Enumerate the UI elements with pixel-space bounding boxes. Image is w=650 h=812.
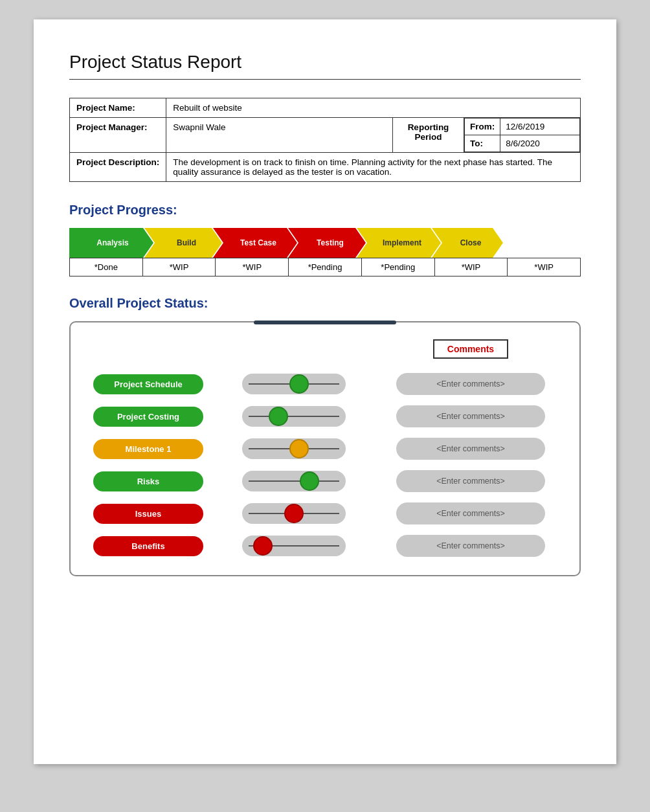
project-name-label: Project Name:	[70, 98, 166, 118]
top-bar	[254, 321, 396, 324]
reporting-period-dates: From: 12/6/2019 To: 8/6/2020	[464, 118, 581, 153]
overall-section: Overall Project Status: Comments	[69, 296, 581, 576]
label-project-schedule: Project Schedule	[84, 369, 213, 400]
comment-cell-6: <Enter comments>	[375, 530, 566, 562]
badge-benefits: Benefits	[93, 536, 203, 556]
status-pending-1: *Pending	[289, 258, 362, 276]
label-milestone-1: Milestone 1	[84, 434, 213, 464]
slider-cell-risks	[232, 466, 355, 497]
comment-cell-3: <Enter comments>	[375, 433, 566, 465]
slider-cell-project-costing	[232, 401, 355, 432]
badge-milestone-1: Milestone 1	[93, 439, 203, 459]
progress-section: Project Progress: Analysis Build Test Ca…	[69, 203, 581, 276]
to-value: 8/6/2020	[500, 135, 580, 152]
arrows-container: Analysis Build Test Case Testing Impleme…	[69, 228, 581, 258]
project-name-row: Project Name: Rebuilt of website	[70, 98, 581, 118]
slider-line-2	[249, 416, 339, 417]
slider-thumb-3	[289, 439, 309, 458]
slider-thumb-6	[253, 536, 273, 556]
from-value: 12/6/2019	[500, 118, 580, 135]
project-manager-value: Swapnil Wale	[166, 118, 393, 153]
comment-6[interactable]: <Enter comments>	[396, 535, 545, 557]
status-wip-1: *WIP	[143, 258, 216, 276]
label-benefits: Benefits	[84, 531, 213, 561]
page: Project Status Report Project Name: Rebu…	[34, 19, 616, 764]
slider-thumb-1	[289, 374, 309, 394]
comment-cell-2: <Enter comments>	[375, 400, 566, 433]
comments-title: Comments	[433, 339, 508, 359]
description-value: The development is on track to finish on…	[166, 153, 581, 182]
arrow-testing: Testing	[288, 228, 366, 258]
slider-cell-issues	[232, 498, 355, 529]
arrow-testcase: Test Case	[213, 228, 297, 258]
slider-project-costing[interactable]	[242, 406, 346, 427]
status-pending-2: *Pending	[362, 258, 435, 276]
badge-issues: Issues	[93, 504, 203, 524]
slider-cell-project-schedule	[232, 368, 355, 400]
slider-milestone-1[interactable]	[242, 438, 346, 459]
to-label: To:	[465, 135, 500, 152]
slider-thumb-4	[300, 471, 319, 491]
comment-cell-4: <Enter comments>	[375, 465, 566, 497]
comment-4[interactable]: <Enter comments>	[396, 470, 545, 492]
slider-cell-milestone-1	[232, 433, 355, 464]
status-container: Comments Project Schedule <Enter comment…	[69, 321, 581, 576]
badge-project-schedule: Project Schedule	[93, 374, 203, 394]
slider-risks[interactable]	[242, 471, 346, 491]
description-label: Project Description:	[70, 153, 166, 182]
status-row: *Done *WIP *WIP *Pending *Pending *WIP *…	[69, 258, 581, 276]
from-label: From:	[465, 118, 500, 135]
arrow-build: Build	[144, 228, 222, 258]
slider-line-4	[249, 480, 339, 482]
label-risks: Risks	[84, 466, 213, 497]
slider-thumb-5	[284, 504, 304, 523]
comment-cell-1: <Enter comments>	[375, 368, 566, 400]
page-title: Project Status Report	[69, 52, 581, 73]
comment-2[interactable]: <Enter comments>	[396, 405, 545, 427]
comment-5[interactable]: <Enter comments>	[396, 502, 545, 524]
slider-benefits[interactable]	[242, 536, 346, 556]
title-divider	[69, 79, 581, 80]
status-done: *Done	[70, 258, 143, 276]
badge-risks: Risks	[93, 471, 203, 491]
progress-heading: Project Progress:	[69, 203, 581, 218]
description-row: Project Description: The development is …	[70, 153, 581, 182]
info-table: Project Name: Rebuilt of website Project…	[69, 98, 581, 182]
slider-thumb-2	[269, 407, 288, 426]
badge-project-costing: Project Costing	[93, 407, 203, 427]
comment-3[interactable]: <Enter comments>	[396, 438, 545, 460]
status-wip-3: *WIP	[435, 258, 508, 276]
project-manager-label: Project Manager:	[70, 118, 166, 153]
arrow-analysis: Analysis	[69, 228, 153, 258]
project-name-value: Rebuilt of website	[166, 98, 581, 118]
arrow-close: Close	[432, 228, 503, 258]
comment-1[interactable]: <Enter comments>	[396, 373, 545, 395]
status-wip-4: *WIP	[508, 258, 580, 276]
comment-cell-5: <Enter comments>	[375, 497, 566, 530]
reporting-period-label: Reporting Period	[393, 118, 464, 153]
project-manager-row: Project Manager: Swapnil Wale Reporting …	[70, 118, 581, 153]
status-wip-2: *WIP	[216, 258, 289, 276]
overall-heading: Overall Project Status:	[69, 296, 581, 311]
slider-cell-benefits	[232, 530, 355, 561]
arrow-implement: Implement	[357, 228, 441, 258]
slider-issues[interactable]	[242, 503, 346, 524]
comments-header: Comments	[375, 335, 566, 368]
label-project-costing: Project Costing	[84, 401, 213, 432]
label-issues: Issues	[84, 499, 213, 529]
slider-project-schedule[interactable]	[242, 374, 346, 394]
